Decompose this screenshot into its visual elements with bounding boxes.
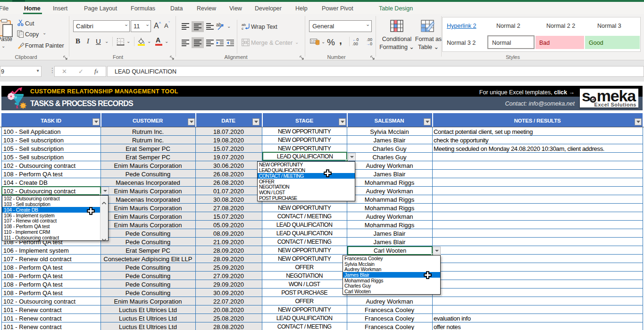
svg-text:c: c [242, 26, 243, 30]
